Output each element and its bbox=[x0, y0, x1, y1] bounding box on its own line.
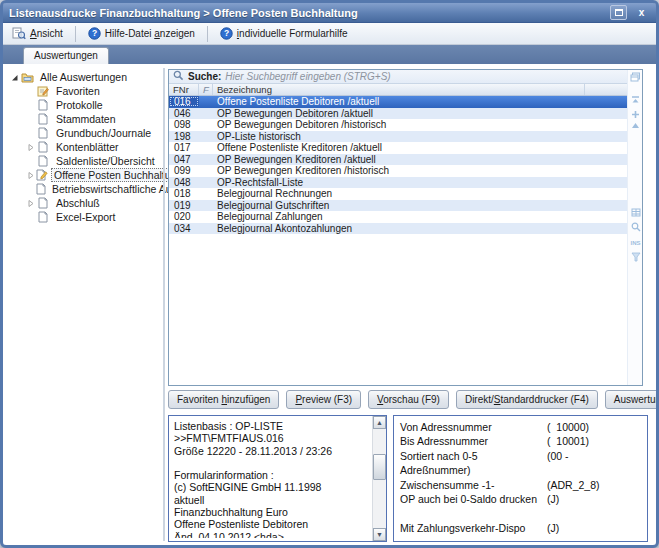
grid-icon[interactable] bbox=[628, 208, 643, 219]
report-row-046[interactable]: 046OP Bewegungen Debitoren /aktuell bbox=[169, 108, 627, 120]
hilfe-datei-button[interactable]: ?Hilfe-Datei anzeigen bbox=[83, 25, 200, 42]
parameter-label: OP auch bei 0-Saldo drucken bbox=[400, 493, 547, 507]
report-row-016[interactable]: 016Offene Postenliste Debitoren /aktuell bbox=[169, 96, 627, 108]
tree-spacer bbox=[25, 128, 36, 139]
tree-spacer bbox=[25, 156, 36, 167]
splitter[interactable] bbox=[163, 68, 165, 541]
search-icon[interactable] bbox=[628, 222, 643, 234]
auswertung-drucken-button[interactable]: Auswertung drucken bbox=[605, 390, 659, 409]
tree-item-abschlu-[interactable]: Abschluß bbox=[9, 196, 161, 210]
report-row-098[interactable]: 098OP Bewegungen Debitoren /historisch bbox=[169, 119, 627, 131]
cell-bezeichnung: Offene Postenliste Kreditoren /aktuell bbox=[213, 142, 585, 153]
scroll-thumb[interactable] bbox=[373, 454, 386, 480]
parameter-line: OP auch bei 0-Saldo drucken(J) bbox=[400, 493, 643, 507]
scrollbar[interactable]: ▲ ▼ bbox=[372, 416, 386, 541]
svg-text:?: ? bbox=[224, 28, 229, 38]
tree-item-stammdaten[interactable]: Stammdaten bbox=[9, 112, 161, 126]
toolbar: Ansicht?Hilfe-Datei anzeigen?individuell… bbox=[3, 23, 656, 45]
ansicht-button[interactable]: Ansicht bbox=[7, 25, 68, 42]
tree-item-alle-auswertungen[interactable]: Alle Auswertungen bbox=[9, 70, 161, 84]
restore-button[interactable] bbox=[610, 5, 627, 20]
parameter-value: ( 10000) bbox=[547, 421, 643, 435]
tree-item-protokolle[interactable]: Protokolle bbox=[9, 98, 161, 112]
tree-item-favoriten[interactable]: Favoriten bbox=[9, 84, 161, 98]
cell-fnr: 198 bbox=[169, 131, 199, 142]
scroll-up-icon[interactable]: ▲ bbox=[373, 416, 386, 429]
tree-item-label: Stammdaten bbox=[53, 112, 119, 126]
scroll-top-icon[interactable] bbox=[628, 96, 643, 107]
collapse-arrow-icon[interactable] bbox=[9, 72, 20, 83]
form-info-line: (c) SoftENGINE GmbH 11.1998 bbox=[174, 481, 368, 493]
cell-bezeichnung: OP Bewegungen Debitoren /aktuell bbox=[213, 108, 585, 119]
cell-fnr: 047 bbox=[169, 154, 199, 165]
parameter-value: ( 10001) bbox=[547, 435, 643, 449]
report-row-019[interactable]: 019Belegjournal Gutschriften bbox=[169, 200, 627, 212]
preview-button[interactable]: Preview (F3) bbox=[286, 390, 361, 409]
cell-fnr: 046 bbox=[169, 108, 199, 119]
expand-arrow-icon[interactable] bbox=[25, 142, 36, 153]
window-controls: x bbox=[610, 5, 650, 20]
tree-item-label: Favoriten bbox=[53, 84, 103, 98]
form-info-line: Formularinformation : bbox=[174, 469, 368, 481]
filter-icon[interactable] bbox=[628, 252, 643, 264]
tree-item-offene-posten-buchhaltung[interactable]: Offene Posten Buchhaltung bbox=[9, 168, 161, 182]
column-header-fnr[interactable]: FNr bbox=[169, 84, 199, 95]
parameter-value: (J) bbox=[547, 522, 643, 536]
cell-bezeichnung: Belegjournal Akontozahlungen bbox=[213, 223, 585, 234]
parameter-label: Zwischensumme -1- bbox=[400, 479, 547, 493]
tree-item-label: Kontenblätter bbox=[53, 140, 121, 154]
tree-item-excel-export[interactable]: Excel-Export bbox=[9, 210, 161, 224]
expand-arrow-icon[interactable] bbox=[25, 198, 36, 209]
search-placeholder: Hier Suchbegriff eingeben (STRG+S) bbox=[225, 71, 390, 82]
report-row-048[interactable]: 048OP-Rechtsfall-Liste bbox=[169, 177, 627, 189]
direkt-standarddrucker-button[interactable]: Direkt/Standarddrucker (F4) bbox=[456, 390, 598, 409]
tree-item-saldenliste-bersicht[interactable]: Saldenliste/Übersicht bbox=[9, 154, 161, 168]
report-row-034[interactable]: 034Belegjournal Akontozahlungen bbox=[169, 223, 627, 235]
expand-arrow-icon[interactable] bbox=[25, 170, 36, 181]
column-header-bezeichnung[interactable]: Bezeichnung bbox=[213, 84, 585, 95]
tree-item-label: Abschluß bbox=[53, 196, 103, 210]
action-buttons: Favoriten hinzufügenPreview (F3)Vorschau… bbox=[168, 390, 659, 410]
close-button[interactable]: x bbox=[633, 5, 650, 20]
tree-item-label: Protokolle bbox=[53, 98, 106, 112]
tab-auswertungen[interactable]: Auswertungen bbox=[23, 47, 109, 64]
expand-plus-icon[interactable] bbox=[628, 110, 643, 121]
report-row-018[interactable]: 018Belegjournal Rechnungen bbox=[169, 188, 627, 200]
page-icon bbox=[36, 113, 50, 125]
column-header-f[interactable]: F bbox=[199, 84, 213, 95]
form-info-line: Änd. 04.10.2012 <hda> bbox=[174, 531, 368, 538]
report-row-017[interactable]: 017Offene Postenliste Kreditoren /aktuel… bbox=[169, 142, 627, 154]
report-row-198[interactable]: 198OP-Liste historisch bbox=[169, 131, 627, 143]
tree-spacer bbox=[25, 114, 36, 125]
help-icon: ? bbox=[88, 27, 101, 40]
tree-spacer bbox=[25, 184, 36, 195]
column-header-empty bbox=[585, 84, 627, 95]
report-row-047[interactable]: 047OP Bewegungen Kreditoren /aktuell bbox=[169, 154, 627, 166]
insert-icon[interactable]: INS bbox=[628, 238, 643, 248]
preview-icon bbox=[12, 27, 26, 40]
tree-spacer bbox=[25, 100, 36, 111]
cell-bezeichnung: OP Bewegungen Kreditoren /historisch bbox=[213, 165, 585, 176]
tree-item-kontenbl-tter[interactable]: Kontenblätter bbox=[9, 140, 161, 154]
columns-chooser-icon[interactable] bbox=[628, 72, 643, 84]
search-bar[interactable]: Suche: Hier Suchbegriff eingeben (STRG+S… bbox=[169, 70, 627, 84]
cell-fnr: 019 bbox=[169, 200, 199, 211]
cell-fnr: 098 bbox=[169, 119, 199, 130]
cell-fnr: 099 bbox=[169, 165, 199, 176]
form-info-line: aktuell bbox=[174, 494, 368, 506]
tree-item-grundbuch-journale[interactable]: Grundbuch/Journale bbox=[9, 126, 161, 140]
toolbar-label: Hilfe-Datei anzeigen bbox=[105, 28, 195, 39]
tab-band: Auswertungen bbox=[3, 45, 656, 64]
sort-up-icon[interactable] bbox=[628, 122, 643, 132]
favoriten-hinzufuegen-button[interactable]: Favoriten hinzufügen bbox=[168, 390, 279, 409]
titlebar[interactable]: Listenausdrucke Finanzbuchhaltung > Offe… bbox=[3, 3, 656, 23]
report-row-020[interactable]: 020Belegjournal Zahlungen bbox=[169, 211, 627, 223]
cell-bezeichnung: OP-Liste historisch bbox=[213, 131, 585, 142]
scroll-down-icon[interactable]: ▼ bbox=[373, 528, 386, 541]
formularhilfe-button[interactable]: ?individuelle Formularhilfe bbox=[215, 25, 353, 42]
vorschau-button[interactable]: Vorschau (F9) bbox=[368, 390, 449, 409]
report-row-099[interactable]: 099OP Bewegungen Kreditoren /historisch bbox=[169, 165, 627, 177]
tree-item-betriebswirtschaftliche-auswertungen[interactable]: Betriebswirtschaftliche Auswertungen bbox=[9, 182, 161, 196]
parameter-label bbox=[400, 507, 547, 521]
parameter-label: Mit Zahlungsverkehr-Dispo bbox=[400, 522, 547, 536]
